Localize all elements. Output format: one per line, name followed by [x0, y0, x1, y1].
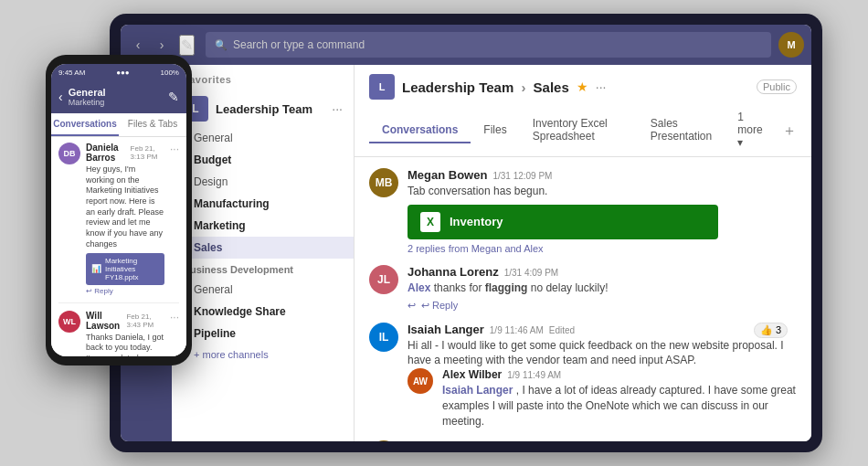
phone-compose-button[interactable]: ✎: [168, 90, 179, 104]
phone-screen: 9:45 AM ●●● 100% ‹ General Marketing ✎ C…: [51, 64, 186, 356]
channel-pipeline-label: Pipeline: [194, 327, 236, 340]
mention-alex: Alex: [408, 281, 430, 294]
phone-message-1: DB Daniela Barros Feb 21, 3:13 PM Hey gu…: [58, 143, 179, 295]
breadcrumb-separator: ›: [521, 79, 529, 95]
section2-header: Business Development: [172, 259, 354, 279]
add-tab-button[interactable]: ＋: [782, 122, 797, 141]
forward-button[interactable]: ›: [152, 35, 172, 55]
phone-attachment-1[interactable]: 📊 Marketing Initiatives FY18.pptx: [86, 253, 164, 285]
star-icon[interactable]: ★: [577, 79, 588, 94]
tab-sales-pres[interactable]: Sales Presentation: [638, 111, 725, 150]
breadcrumb-channel: Sales: [534, 79, 569, 95]
msg-avatar-alex: AW: [408, 368, 433, 394]
quoted-message-3: AW Alex Wilber 1/9 11:49 AM Isaiah Lange…: [408, 368, 797, 429]
channel-knowledge-label: Knowledge Share: [194, 305, 286, 318]
channel-more-options[interactable]: ···: [596, 79, 607, 94]
phone-messages: DB Daniela Barros Feb 21, 3:13 PM Hey gu…: [51, 137, 186, 356]
phone-team-name: Marketing: [69, 98, 163, 107]
channel-knowledge[interactable]: Knowledge Share: [172, 301, 354, 323]
msg-time-2: 1/31 4:09 PM: [504, 268, 558, 278]
pptx-icon: 📊: [91, 264, 101, 273]
replies-text[interactable]: 2 replies from Megan and Alex: [408, 243, 797, 254]
phone-avatar-2: WL: [58, 311, 80, 333]
team-more-button[interactable]: ···: [332, 101, 343, 116]
channel-general[interactable]: General: [172, 127, 354, 149]
msg-content-1: Megan Bowen 1/31 12:09 PM Tab conversati…: [408, 168, 797, 254]
reaction-count: 3: [776, 324, 781, 335]
channel-general2-label: General: [194, 283, 233, 296]
channel-general2[interactable]: General: [172, 279, 354, 301]
phone-tab-files[interactable]: Files & Tabs: [119, 113, 186, 136]
tablet: ‹ › ✎ 🔍 Search or type a command M: [110, 14, 822, 452]
phone-more-1[interactable]: ···: [170, 143, 179, 295]
tablet-screen: ‹ › ✎ 🔍 Search or type a command M: [121, 25, 811, 441]
phone-channel-info: General Marketing: [69, 87, 163, 107]
quoted-header: Alex Wilber 1/9 11:49 AM: [442, 368, 797, 381]
inventory-card[interactable]: X Inventory: [408, 205, 718, 239]
nav-arrows: ‹ ›: [128, 35, 172, 55]
channel-budget-label: Budget: [194, 154, 231, 166]
msg-text-2: Alex thanks for flagging no delay luckil…: [408, 281, 797, 296]
phone-msg-author-2: Will Lawson: [86, 311, 122, 331]
chat-team-avatar: L: [369, 74, 395, 100]
phone-msg-time-1: Feb 21, 3:13 PM: [131, 144, 164, 161]
channel-list: Favorites L Leadership Team ··· General …: [172, 65, 355, 441]
phone-msg-content-2: Will Lawson Feb 21, 3:43 PM Thanks Danie…: [86, 311, 164, 357]
phone-status-bar: 9:45 AM ●●● 100%: [51, 64, 186, 80]
channel-pipeline[interactable]: Pipeline: [172, 323, 354, 344]
phone-signal: ●●●: [116, 69, 130, 77]
msg-avatar-2: JL: [369, 265, 398, 294]
highlight-flagging: flagging: [485, 281, 528, 294]
reply-link-2[interactable]: ↩ ↩ Reply: [408, 300, 797, 312]
phone: 9:45 AM ●●● 100% ‹ General Marketing ✎ C…: [46, 55, 192, 365]
phone-battery: 100%: [161, 69, 179, 77]
channel-manufacturing[interactable]: Manufacturing: [172, 193, 354, 215]
mention-isaiah: Isaiah Langer: [442, 384, 513, 397]
msg-header-2: Johanna Lorenz 1/31 4:09 PM: [408, 265, 797, 279]
tab-inventory[interactable]: Inventory Excel Spreadsheet: [520, 111, 638, 150]
channel-marketing[interactable]: Marketing: [172, 215, 354, 237]
main-content: Activity Chat 1 Teams: [121, 65, 811, 441]
compose-button[interactable]: ✎: [179, 35, 195, 56]
msg-avatar-3: IL: [369, 323, 398, 352]
search-bar[interactable]: 🔍 Search or type a command: [206, 32, 771, 58]
tab-more[interactable]: 1 more ▾: [725, 105, 778, 156]
phone-tabs: Conversations Files & Tabs: [51, 113, 186, 137]
phone-back-button[interactable]: ‹: [58, 90, 63, 104]
reaction-3[interactable]: 👍 3: [754, 323, 788, 338]
phone-msg-content-1: Daniela Barros Feb 21, 3:13 PM Hey guys,…: [86, 143, 164, 295]
msg-content-4: Megan Bowen 1/31 12:11 PM 🦝 ▶: [408, 440, 797, 441]
tab-files[interactable]: Files: [471, 118, 519, 143]
channel-budget[interactable]: Budget: [172, 149, 354, 171]
channel-design[interactable]: Design: [172, 171, 354, 193]
channel-sales[interactable]: Sales: [172, 237, 354, 259]
phone-msg-text-2: Thanks Daniela, I got back to you today.…: [86, 333, 164, 357]
msg-time-1: 1/31 12:09 PM: [492, 171, 552, 181]
team-item-leadership[interactable]: L Leadership Team ···: [172, 90, 354, 127]
phone-attachment-label-1: Marketing Initiatives FY18.pptx: [105, 257, 159, 281]
tab-conversations[interactable]: Conversations: [369, 118, 471, 143]
chevron-down-icon: ▾: [737, 136, 743, 149]
message-group-1: MB Megan Bowen 1/31 12:09 PM Tab convers…: [369, 168, 797, 254]
add-channel-button[interactable]: + more channels: [172, 344, 354, 365]
public-badge: Public: [757, 79, 797, 94]
breadcrumb-team: Leadership Team: [402, 79, 513, 95]
channel-general-label: General: [194, 132, 233, 144]
phone-avatar-1: DB: [58, 143, 80, 164]
phone-more-2[interactable]: ···: [170, 311, 179, 357]
phone-reply-1[interactable]: ↩ Reply: [86, 287, 164, 295]
quoted-text: Isaiah Langer , I have a lot of ideas al…: [442, 383, 797, 429]
reply-icon: ↩: [408, 300, 416, 312]
user-avatar-top[interactable]: M: [778, 32, 804, 58]
phone-msg-time-2: Feb 21, 3:43 PM: [126, 312, 164, 329]
channel-marketing-label: Marketing: [194, 219, 246, 232]
msg-text-3: Hi all - I would like to get some quick …: [408, 338, 797, 369]
msg-author-3: Isaiah Langer: [408, 323, 484, 336]
message-group-2: JL Johanna Lorenz 1/31 4:09 PM Alex than…: [369, 265, 797, 312]
phone-tab-conversations[interactable]: Conversations: [51, 113, 119, 136]
chat-title-row: L Leadership Team › Sales ★ ··· Public: [369, 74, 797, 100]
chat-header: L Leadership Team › Sales ★ ··· Public: [355, 65, 811, 157]
scene: ‹ › ✎ 🔍 Search or type a command M: [0, 0, 868, 466]
msg-author-2: Johanna Lorenz: [408, 265, 499, 279]
back-button[interactable]: ‹: [128, 35, 148, 55]
